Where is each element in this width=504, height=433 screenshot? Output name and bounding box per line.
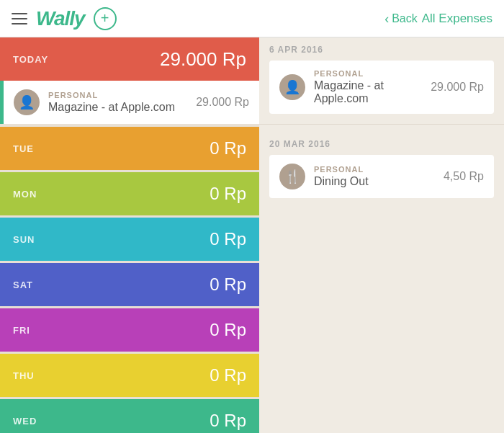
today-row[interactable]: TODAY 29.000 Rp: [0, 37, 259, 81]
expense-info-dining: PERSONAL Dining Out: [314, 165, 435, 188]
expense-category-personal: PERSONAL: [314, 69, 422, 78]
person-icon: 👤: [14, 89, 40, 115]
day-row-thu[interactable]: THU 0 Rp: [0, 354, 259, 397]
day-row-fri[interactable]: FRI 0 Rp: [0, 308, 259, 352]
back-button[interactable]: ‹ Back: [384, 12, 418, 25]
expense-info-magazine: PERSONAL Magazine - at Apple.com: [314, 69, 422, 105]
day-row-sun[interactable]: SUN 0 Rp: [0, 218, 259, 261]
day-amount-mon: 0 Rp: [210, 184, 246, 204]
day-label-fri: FRI: [13, 325, 30, 336]
date-header-mar: 20 MAR 2016: [269, 139, 494, 149]
menu-icon[interactable]: [12, 13, 27, 24]
section-divider: [259, 124, 504, 125]
day-amount-tue: 0 Rp: [210, 138, 246, 159]
expense-amount-dining: 4,50 Rp: [444, 170, 484, 183]
day-amount-thu: 0 Rp: [210, 365, 246, 385]
person-avatar-icon: 👤: [279, 74, 305, 100]
main-content: TODAY 29.000 Rp 👤 PERSONAL Magazine - at…: [0, 37, 504, 433]
today-amount: 29.000 Rp: [160, 48, 246, 71]
back-chevron-icon: ‹: [384, 12, 389, 25]
expense-card-dining[interactable]: 🍴 PERSONAL Dining Out 4,50 Rp: [269, 155, 494, 198]
fork-knife-icon: 🍴: [284, 169, 300, 184]
card-info: PERSONAL Magazine - at Apple.com: [48, 91, 187, 114]
expense-name-dining: Dining Out: [314, 175, 435, 188]
expense-card-magazine[interactable]: 👤 PERSONAL Magazine - at Apple.com 29.00…: [269, 61, 494, 114]
day-row-tue[interactable]: TUE 0 Rp: [0, 127, 259, 170]
day-amount-sat: 0 Rp: [210, 274, 246, 295]
day-row-sat[interactable]: SAT 0 Rp: [0, 263, 259, 306]
expense-category-dining: PERSONAL: [314, 165, 435, 174]
header-left: Wally +: [12, 7, 117, 30]
today-label: TODAY: [13, 54, 48, 65]
day-label-tue: TUE: [13, 143, 34, 154]
today-expense-card[interactable]: 👤 PERSONAL Magazine - at Apple.com 29.00…: [0, 81, 259, 124]
day-label-mon: MON: [13, 189, 37, 200]
dining-avatar-icon: 🍴: [279, 164, 305, 189]
day-rows: TUE 0 Rp MON 0 Rp SUN 0 Rp SAT 0 Rp FRI …: [0, 127, 259, 433]
all-expenses-button[interactable]: All Expenses: [422, 12, 492, 26]
day-label-thu: THU: [13, 370, 35, 381]
expense-name-magazine: Magazine - at Apple.com: [314, 79, 422, 105]
card-category: PERSONAL: [48, 91, 187, 99]
card-name: Magazine - at Apple.com: [48, 101, 187, 114]
day-amount-sun: 0 Rp: [210, 229, 246, 249]
day-label-sat: SAT: [13, 280, 33, 290]
day-row-wed[interactable]: WED 0 Rp: [0, 399, 259, 433]
app-logo: Wally: [36, 7, 85, 30]
add-button[interactable]: +: [94, 7, 117, 30]
card-amount: 29.000 Rp: [196, 96, 249, 109]
header-right: ‹ Back All Expenses: [384, 12, 492, 26]
date-section-mar: 20 MAR 2016 🍴 PERSONAL Dining Out 4,50 R…: [259, 132, 504, 207]
day-label-wed: WED: [13, 416, 37, 427]
day-amount-fri: 0 Rp: [210, 320, 246, 340]
back-label: Back: [392, 12, 418, 25]
app-header: Wally + ‹ Back All Expenses: [0, 0, 504, 37]
day-amount-wed: 0 Rp: [210, 411, 246, 431]
date-header-apr: 6 APR 2016: [269, 45, 494, 55]
left-panel: TODAY 29.000 Rp 👤 PERSONAL Magazine - at…: [0, 37, 259, 433]
expense-amount-magazine: 29.000 Rp: [431, 81, 484, 94]
right-panel: 6 APR 2016 👤 PERSONAL Magazine - at Appl…: [259, 37, 504, 433]
date-section-apr: 6 APR 2016 👤 PERSONAL Magazine - at Appl…: [259, 37, 504, 122]
day-label-sun: SUN: [13, 234, 35, 245]
day-row-mon[interactable]: MON 0 Rp: [0, 172, 259, 215]
